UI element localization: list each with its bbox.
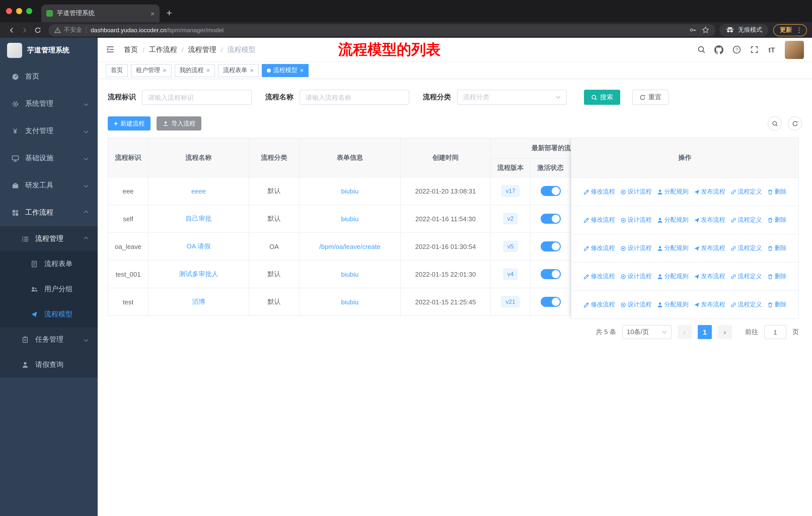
close-icon[interactable]: × [206,67,210,74]
definition-action-link[interactable]: 流程定义 [730,244,762,252]
back-button[interactable] [5,24,18,36]
assign-user-action-link[interactable]: 分配规则 [657,216,689,224]
import-process-button[interactable]: 导入流程 [156,116,201,131]
delete-action-link[interactable]: 删除 [767,216,787,224]
breadcrumb-item[interactable]: 流程管理 [188,45,216,54]
create-process-button[interactable]: + 新建流程 [108,116,150,131]
bookmark-star-icon[interactable] [702,26,709,34]
delete-action-link[interactable]: 删除 [767,272,787,281]
sidebar-item-infra[interactable]: 基础设施 [0,145,98,172]
design-action-link[interactable]: 设计流程 [620,216,652,224]
edit-action-link[interactable]: 修改流程 [583,244,615,252]
process-name-link[interactable]: 滔博 [192,298,205,305]
page-number-button[interactable]: 1 [698,325,712,339]
tag-process-model[interactable]: 流程模型 × [262,64,309,77]
close-icon[interactable]: × [300,67,304,74]
delete-action-link[interactable]: 删除 [767,244,787,252]
design-action-link[interactable]: 设计流程 [620,272,652,281]
sidebar-item-process-model[interactable]: 流程模型 [0,302,98,327]
active-toggle[interactable] [541,241,560,251]
avatar[interactable] [785,40,804,59]
breadcrumb-item[interactable]: 首页 [124,45,138,54]
minimize-window-button[interactable] [16,8,22,14]
assign-user-action-link[interactable]: 分配规则 [657,300,689,309]
active-toggle[interactable] [541,186,560,196]
design-action-link[interactable]: 设计流程 [620,300,652,309]
publish-action-link[interactable]: 发布流程 [693,216,725,224]
prev-page-button[interactable]: ‹ [677,325,692,339]
sidebar-item-user-group[interactable]: 用户分组 [0,277,98,302]
process-id-input[interactable] [142,90,252,105]
publish-action-link[interactable]: 发布流程 [693,272,725,281]
sidebar-item-process-mgmt[interactable]: 流程管理 [0,226,98,251]
form-info-link[interactable]: biubiu [341,270,358,278]
process-name-link[interactable]: 测试多审批人 [179,270,218,278]
search-icon[interactable] [697,45,706,54]
active-toggle[interactable] [541,214,560,224]
forward-button[interactable] [18,24,31,36]
definition-action-link[interactable]: 流程定义 [730,216,762,224]
github-icon[interactable] [714,45,723,54]
sidebar-item-pay[interactable]: ¥ 支付管理 [0,117,98,145]
design-action-link[interactable]: 设计流程 [620,187,652,196]
help-icon[interactable]: ? [732,45,741,54]
next-page-button[interactable]: › [718,325,732,339]
publish-action-link[interactable]: 发布流程 [693,300,725,309]
form-info-link[interactable]: /bpm/oa/leave/create [319,243,381,250]
definition-action-link[interactable]: 流程定义 [730,187,762,196]
process-name-link[interactable]: OA 请假 [186,242,210,250]
browser-menu-icon[interactable]: ⋮ [795,26,804,34]
process-name-link[interactable]: eeee [191,187,206,195]
tag-home[interactable]: 首页 [106,64,128,77]
active-toggle[interactable] [541,269,560,279]
refresh-table-button[interactable] [788,116,802,131]
delete-action-link[interactable]: 删除 [767,187,787,196]
tag-tenant[interactable]: 租户管理 × [131,64,171,77]
edit-action-link[interactable]: 修改流程 [583,272,615,281]
browser-tab[interactable]: 芋道管理系统 × [41,4,160,22]
close-icon[interactable]: × [250,67,254,74]
reset-button[interactable]: 重置 [632,90,669,105]
process-name-input[interactable] [299,90,409,105]
delete-action-link[interactable]: 删除 [767,300,787,309]
font-size-icon[interactable]: tT [767,45,776,54]
form-info-link[interactable]: biubiu [341,298,358,306]
edit-action-link[interactable]: 修改流程 [583,300,615,309]
sidebar-item-tools[interactable]: 研发工具 [0,172,98,199]
sidebar-item-leave-query[interactable]: 请假查询 [0,352,98,377]
zoom-window-button[interactable] [26,8,32,14]
close-window-button[interactable] [6,8,12,14]
tab-close-icon[interactable]: × [150,10,154,17]
design-action-link[interactable]: 设计流程 [620,244,652,252]
definition-action-link[interactable]: 流程定义 [730,300,762,309]
sidebar-item-workflow[interactable]: 工作流程 [0,199,98,226]
menu-fold-icon[interactable] [106,45,116,55]
breadcrumb-item[interactable]: 工作流程 [149,45,177,54]
fullscreen-icon[interactable] [750,45,759,54]
form-info-link[interactable]: biubiu [341,187,358,195]
publish-action-link[interactable]: 发布流程 [693,244,725,252]
close-icon[interactable]: × [163,67,166,74]
goto-page-input[interactable] [764,325,786,339]
security-chip[interactable]: 不安全 [54,26,82,34]
edit-action-link[interactable]: 修改流程 [583,187,615,196]
definition-action-link[interactable]: 流程定义 [730,272,762,281]
active-toggle[interactable] [541,297,560,307]
page-size-select[interactable]: 10条/页 [622,325,671,339]
tag-my-process[interactable]: 我的流程 × [174,64,215,77]
new-tab-button[interactable]: + [162,5,177,21]
sidebar-item-task-mgmt[interactable]: 任务管理 [0,327,98,352]
reload-button[interactable] [31,24,44,36]
form-info-link[interactable]: biubiu [341,215,358,222]
assign-user-action-link[interactable]: 分配规则 [657,187,689,196]
assign-user-action-link[interactable]: 分配规则 [657,244,689,252]
process-name-link[interactable]: 自己审批 [185,215,212,222]
edit-action-link[interactable]: 修改流程 [583,216,615,224]
address-bar[interactable]: 不安全 dashboard.yudao.iocoder.cn/bpm/manag… [48,24,715,36]
show-search-button[interactable] [768,116,782,131]
sidebar-item-system[interactable]: 系统管理 [0,90,98,117]
passwords-key-icon[interactable] [689,26,697,34]
assign-user-action-link[interactable]: 分配规则 [657,272,689,281]
sidebar-item-process-form[interactable]: 流程表单 [0,251,98,277]
sidebar-item-home[interactable]: 首页 [0,63,98,90]
